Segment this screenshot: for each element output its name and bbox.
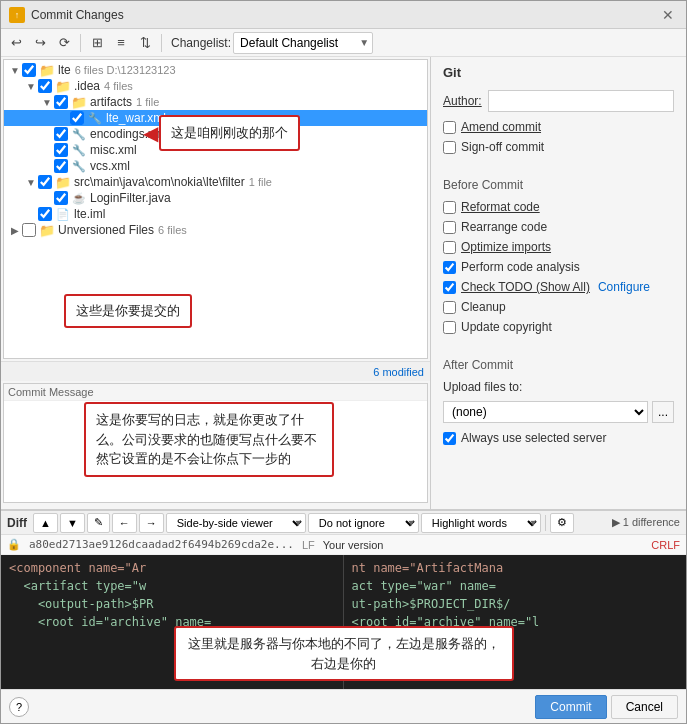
upload-dropdown-wrapper[interactable]: (none) [443,401,648,423]
expand-icon-idea: ▼ [24,81,38,92]
tree-label-login-filter: LoginFilter.java [90,191,171,205]
tree-item-login-filter[interactable]: ☕ LoginFilter.java [4,190,427,206]
diff-header: Diff ▲ ▼ ✎ ← → Side-by-side viewer ▼ Do … [1,511,686,535]
rearrange-label: Rearrange code [461,220,547,234]
reformat-checkbox[interactable] [443,201,456,214]
toolbar-refresh[interactable]: ⟳ [53,32,75,54]
tree-label-misc-xml: misc.xml [90,143,137,157]
diff-lf-label: LF [302,539,315,551]
tree-label-idea: .idea [74,79,100,93]
diff-file-row: 🔒 a80ed2713ae9126dcaadad2f6494b269cda2e.… [1,535,686,555]
always-use-row: Always use selected server [443,431,674,445]
close-button[interactable]: ✕ [658,5,678,25]
annotation-callout2: 这些是你要提交的 [64,294,192,328]
upload-select[interactable]: (none) [443,401,648,423]
modified-count-label: 6 modified [373,366,424,378]
sign-off-checkbox[interactable] [443,141,456,154]
configure-link[interactable]: Configure [598,280,650,294]
toolbar-grid[interactable]: ⊞ [86,32,108,54]
highlight-select[interactable]: Highlight words [421,513,541,533]
cancel-button[interactable]: Cancel [611,695,678,719]
checkbox-lte-iml[interactable] [38,207,52,221]
diff-arrow-right[interactable]: → [139,513,164,533]
diff-left-line1: <component name="Ar [9,559,335,577]
sign-off-row: Sign-off commit [443,140,674,154]
help-button[interactable]: ? [9,697,29,717]
ignore-select[interactable]: Do not ignore [308,513,419,533]
file-tree-section[interactable]: ▼ 📁 lte 6 files D:\123123123 ▼ 📁 .idea 4 [3,59,428,359]
tree-item-lte-iml[interactable]: 📄 lte.iml [4,206,427,222]
before-commit-label: Before Commit [443,178,674,192]
changelist-select[interactable]: Default Changelist [233,32,373,54]
folder-icon-unversioned: 📁 [39,223,55,237]
tree-item-unversioned[interactable]: ▶ 📁 Unversioned Files 6 files [4,222,427,238]
upload-row: (none) ... [443,401,674,423]
changelist-dropdown-wrapper[interactable]: Default Changelist ▼ [233,32,373,54]
tree-item-src[interactable]: ▼ 📁 src\main\java\com\nokia\lte\filter 1… [4,174,427,190]
diff-settings-btn[interactable]: ⚙ [550,513,574,533]
annotation-callout1: 这是咱刚刚改的那个 ◀ [159,115,300,151]
checkbox-lte[interactable] [22,63,36,77]
tree-item-idea[interactable]: ▼ 📁 .idea 4 files [4,78,427,94]
after-commit-label: After Commit [443,358,674,372]
amend-commit-checkbox[interactable] [443,121,456,134]
highlight-dropdown-wrapper[interactable]: Highlight words ▼ [421,513,541,533]
author-input[interactable] [488,90,674,112]
title-bar: ↑ Commit Changes ✕ [1,1,686,29]
commit-message-section: Commit Message 这是你要写的日志，就是你更改了什么。公司没要求的也… [3,383,428,503]
lte-file-count: 6 files D:\123123123 [75,64,176,76]
check-todo-checkbox[interactable] [443,281,456,294]
rearrange-checkbox[interactable] [443,221,456,234]
diff-title: Diff [7,516,27,530]
toolbar-sort[interactable]: ⇅ [134,32,156,54]
ignore-dropdown-wrapper[interactable]: Do not ignore ▼ [308,513,419,533]
always-use-checkbox[interactable] [443,432,456,445]
optimize-checkbox[interactable] [443,241,456,254]
diff-right-line3: ut-path>$PROJECT_DIR$/ [352,595,679,613]
viewer-dropdown-wrapper[interactable]: Side-by-side viewer ▼ [166,513,306,533]
idea-file-count: 4 files [104,80,133,92]
checkbox-lte-war-xml[interactable] [70,111,84,125]
tree-label-artifacts: artifacts [90,95,132,109]
diff-file-name: a80ed2713ae9126dcaadad2f6494b269cda2e... [29,538,294,551]
cleanup-checkbox[interactable] [443,301,456,314]
checkbox-idea[interactable] [38,79,52,93]
update-copyright-label: Update copyright [461,320,552,334]
xml-icon-misc: 🔧 [71,143,87,157]
tree-item-artifacts[interactable]: ▼ 📁 artifacts 1 file [4,94,427,110]
left-panel: ▼ 📁 lte 6 files D:\123123123 ▼ 📁 .idea 4 [1,57,431,509]
viewer-select[interactable]: Side-by-side viewer [166,513,306,533]
diff-edit-btn[interactable]: ✎ [87,513,110,533]
tree-item-lte[interactable]: ▼ 📁 lte 6 files D:\123123123 [4,62,427,78]
checkbox-misc-xml[interactable] [54,143,68,157]
artifacts-file-count: 1 file [136,96,159,108]
folder-icon-artifacts: 📁 [71,95,87,109]
checkbox-unversioned[interactable] [22,223,36,237]
upload-extra-btn[interactable]: ... [652,401,674,423]
toolbar-separator [80,34,81,52]
commit-button[interactable]: Commit [535,695,606,719]
rearrange-row: Rearrange code [443,220,674,234]
perform-checkbox[interactable] [443,261,456,274]
checkbox-vcs-xml[interactable] [54,159,68,173]
checkbox-login-filter[interactable] [54,191,68,205]
sign-off-label: Sign-off commit [461,140,544,154]
tree-item-vcs-xml[interactable]: 🔧 vcs.xml [4,158,427,174]
tree-label-lte: lte [58,63,71,77]
tree-label-unversioned: Unversioned Files [58,223,154,237]
toolbar-arrow-right[interactable]: ↪ [29,32,51,54]
tree-label-lte-iml: lte.iml [74,207,105,221]
diff-left-line3: <output-path>$PR [9,595,335,613]
diff-nav-up[interactable]: ▲ [33,513,58,533]
perform-label: Perform code analysis [461,260,580,274]
checkbox-encodings-xml[interactable] [54,127,68,141]
diff-nav-down[interactable]: ▼ [60,513,85,533]
diff-arrow-left[interactable]: ← [112,513,137,533]
check-todo-row: Check TODO (Show All) Configure [443,280,674,294]
checkbox-artifacts[interactable] [54,95,68,109]
toolbar-list[interactable]: ≡ [110,32,132,54]
optimize-row: Optimize imports [443,240,674,254]
update-copyright-checkbox[interactable] [443,321,456,334]
checkbox-src[interactable] [38,175,52,189]
toolbar-arrow-left[interactable]: ↩ [5,32,27,54]
